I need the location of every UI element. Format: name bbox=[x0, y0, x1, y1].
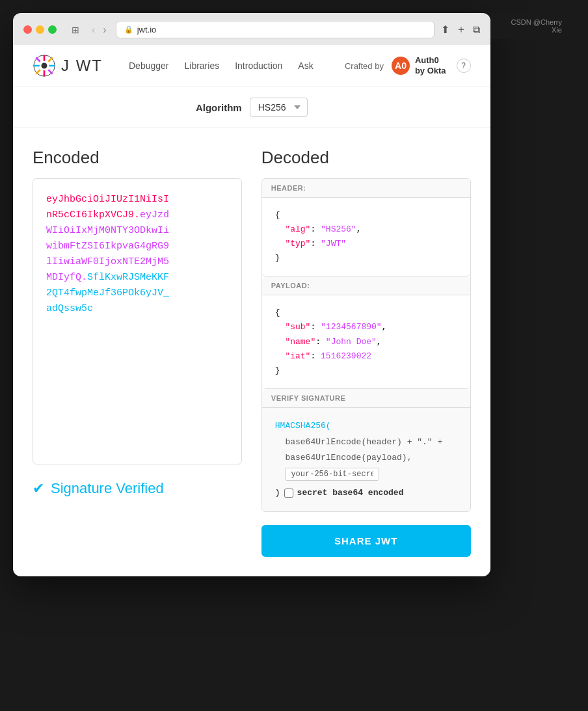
minimize-button[interactable] bbox=[36, 25, 44, 34]
verify-close: ) bbox=[275, 485, 280, 502]
lock-icon: 🔒 bbox=[124, 25, 133, 34]
page-content: J WT Debugger Libraries Introduction Ask… bbox=[13, 45, 490, 576]
site-logo: J WT bbox=[33, 54, 103, 77]
new-tab-icon[interactable]: ＋ bbox=[456, 23, 466, 36]
svg-line-7 bbox=[48, 57, 52, 61]
verify-panel: VERIFY SIGNATURE HMACSHA256( base64UrlEn… bbox=[262, 389, 470, 511]
signature-verified: ✔ Signature Verified bbox=[33, 480, 242, 497]
decoded-section: Decoded HEADER: { "alg": "HS256", "typ":… bbox=[261, 148, 471, 557]
footer-text: CSDN @Cherry Xie bbox=[511, 18, 562, 34]
tab-overview-icon[interactable]: ⧉ bbox=[473, 24, 480, 36]
algorithm-select[interactable]: HS256 HS384 HS512 RS256 RS384 RS512 bbox=[250, 98, 308, 117]
nav-ask[interactable]: Ask bbox=[298, 60, 313, 71]
encoded-box[interactable]: eyJhbGciOiJIUzI1NiIsInR5cCI6IkpXVCJ9.eyJ… bbox=[33, 178, 242, 464]
algorithm-label: Algorithm bbox=[196, 102, 242, 113]
url-text: jwt.io bbox=[137, 25, 157, 34]
verify-fn: HMACSHA256( bbox=[275, 421, 331, 431]
main-area: Encoded eyJhbGciOiJIUzI1NiIsInR5cCI6IkpX… bbox=[13, 128, 490, 576]
browser-chrome: ⊞ ‹ › 🔒 jwt.io ⬆ ＋ ⧉ bbox=[13, 13, 490, 45]
payload-panel-body: { "sub": "1234567890", "name": "John Doe… bbox=[262, 295, 470, 388]
nav-arrows: ‹ › bbox=[89, 24, 109, 36]
header-panel: HEADER: { "alg": "HS256", "typ": "JWT" } bbox=[262, 179, 470, 276]
site-nav: J WT Debugger Libraries Introduction Ask… bbox=[13, 45, 490, 87]
svg-point-9 bbox=[42, 63, 47, 69]
encoded-section: Encoded eyJhbGciOiJIUzI1NiIsInR5cCI6IkpX… bbox=[33, 148, 242, 557]
token-dot1: . bbox=[134, 209, 140, 221]
base64-label: secret base64 encoded bbox=[297, 485, 404, 502]
share-icon[interactable]: ⬆ bbox=[441, 23, 449, 36]
token-dot2: . bbox=[81, 272, 87, 283]
verify-panel-body: HMACSHA256( base64UrlEncode(header) + ".… bbox=[262, 408, 470, 511]
svg-line-5 bbox=[36, 57, 40, 61]
algorithm-bar: Algorithm HS256 HS384 HS512 RS256 RS384 … bbox=[13, 87, 490, 128]
nav-libraries[interactable]: Libraries bbox=[184, 60, 219, 71]
verify-line2: base64UrlEncode(payload), bbox=[285, 453, 412, 463]
svg-line-6 bbox=[48, 70, 52, 74]
svg-line-8 bbox=[36, 70, 40, 74]
maximize-button[interactable] bbox=[48, 25, 57, 34]
nav-debugger[interactable]: Debugger bbox=[129, 60, 169, 71]
address-bar[interactable]: 🔒 jwt.io bbox=[116, 21, 434, 38]
traffic-lights bbox=[23, 25, 57, 34]
verify-line1: base64UrlEncode(header) + "." + bbox=[285, 437, 442, 447]
forward-button[interactable]: › bbox=[100, 24, 109, 36]
browser-window: ⊞ ‹ › 🔒 jwt.io ⬆ ＋ ⧉ bbox=[13, 13, 490, 576]
svg-text:A0: A0 bbox=[395, 60, 407, 71]
share-jwt-button[interactable]: SHARE JWT bbox=[261, 525, 471, 557]
payload-panel-label: PAYLOAD: bbox=[262, 276, 470, 295]
crafted-by-label: Crafted by bbox=[345, 61, 384, 71]
base64-encoded-checkbox[interactable] bbox=[284, 489, 293, 498]
back-button[interactable]: ‹ bbox=[89, 24, 98, 36]
logo-text: J WT bbox=[61, 57, 103, 75]
crafted-by-section: Crafted by A0 Auth0 by Okta ? bbox=[345, 55, 471, 76]
toolbar-icons: ⬆ ＋ ⧉ bbox=[441, 23, 480, 36]
decoded-panels-wrapper: HEADER: { "alg": "HS256", "typ": "JWT" }… bbox=[261, 178, 471, 512]
sidebar-toggle-button[interactable]: ⊞ bbox=[68, 25, 83, 35]
header-panel-label: HEADER: bbox=[262, 179, 470, 198]
secret-row: ) secret base64 encoded bbox=[275, 485, 457, 502]
auth0-logo: A0 Auth0 by Okta bbox=[390, 55, 446, 76]
verified-text: Signature Verified bbox=[51, 480, 164, 497]
nav-links: Debugger Libraries Introduction Ask bbox=[129, 60, 345, 71]
decoded-title: Decoded bbox=[261, 148, 471, 168]
footer-attribution: CSDN @Cherry Xie bbox=[490, 13, 575, 39]
help-button[interactable]: ? bbox=[457, 59, 471, 73]
auth0-icon: A0 bbox=[390, 55, 411, 76]
payload-panel: PAYLOAD: { "sub": "1234567890", "name": … bbox=[262, 276, 470, 388]
verify-panel-label: VERIFY SIGNATURE bbox=[262, 389, 470, 408]
header-panel-body: { "alg": "HS256", "typ": "JWT" } bbox=[262, 198, 470, 276]
encoded-title: Encoded bbox=[33, 148, 242, 168]
nav-introduction[interactable]: Introduction bbox=[235, 60, 282, 71]
auth0-text: Auth0 by Okta bbox=[415, 55, 446, 75]
verified-check-icon: ✔ bbox=[33, 480, 44, 497]
secret-input[interactable] bbox=[285, 468, 379, 481]
jwt-logo-icon bbox=[33, 54, 56, 77]
close-button[interactable] bbox=[23, 25, 32, 34]
